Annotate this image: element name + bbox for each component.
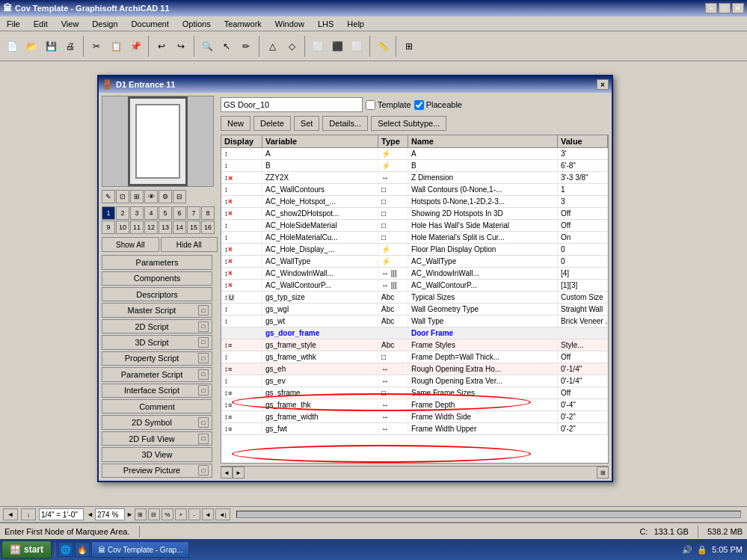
table-row[interactable]: ↕ gs_wt Abc Wall Type Brick Veneer ... [221, 316, 608, 327]
zoom-100-button[interactable]: ⊟ [148, 508, 160, 520]
menu-options[interactable]: Options [179, 18, 215, 30]
tool1-icon[interactable]: △ [263, 37, 281, 55]
zoom-prev-button[interactable]: ◄ [202, 508, 214, 520]
components-button[interactable]: Components [102, 271, 212, 286]
scroll-right-button[interactable]: ► [233, 467, 245, 479]
zoom-in-button[interactable]: ◄ [87, 511, 93, 518]
cut-icon[interactable]: ✂ [87, 37, 105, 55]
close-button[interactable]: × [732, 3, 744, 13]
table-row[interactable]: ↕ A ⚡ A 3' [221, 148, 608, 160]
scroll-left-button[interactable]: ◄ [221, 467, 233, 479]
num-btn-4[interactable]: 4 [144, 206, 158, 220]
table-row[interactable]: ↕ U gs_typ_size Abc Typical Sizes Custom… [221, 292, 608, 304]
tool4-icon[interactable]: ⬛ [328, 37, 346, 55]
table-row[interactable]: ↕ × AC_WallContourP... ↔ ||| AC_WallCont… [221, 280, 608, 292]
maximize-button[interactable]: □ [719, 3, 731, 13]
taskbar-icon-1[interactable]: 🌐 [58, 542, 73, 557]
select-subtype-button[interactable]: Select Subtype... [371, 116, 446, 131]
placeable-checkbox[interactable] [414, 100, 424, 110]
title-bar-controls[interactable]: − □ × [705, 3, 744, 13]
move-icon[interactable]: ⊞ [130, 190, 144, 203]
tool3-icon[interactable]: ⬜ [309, 37, 327, 55]
table-row-gs-sframe[interactable]: ↕ ≡ gs_sframe □ Same Frame Sizes Off [221, 387, 608, 399]
paste-icon[interactable]: 📌 [126, 37, 144, 55]
descriptors-button[interactable]: Descriptors [102, 287, 212, 301]
table-row[interactable]: ↕ B ⚡ B 6'-8" [221, 160, 608, 172]
preview-picture-button[interactable]: Preview Picture □ [102, 464, 212, 478]
num-btn-8[interactable]: 8 [201, 206, 215, 220]
num-btn-16[interactable]: 16 [201, 221, 215, 234]
menu-design[interactable]: Design [88, 18, 121, 30]
table-row-gs-eh[interactable]: ↕ ≡ gs_eh ↔ Rough Opening Extra Ho... 0'… [221, 363, 608, 375]
table-row[interactable]: ↕ × ZZY2X ↔ Z Dimension 3'-3 3/8" [221, 172, 608, 184]
details-button[interactable]: Details... [322, 116, 368, 131]
2d-symbol-button[interactable]: 2D Symbol □ [102, 415, 212, 429]
template-checkbox[interactable] [366, 100, 375, 110]
2d-full-view-button[interactable]: 2D Full View □ [102, 431, 212, 446]
name-input[interactable] [221, 97, 363, 112]
new-button[interactable]: New [221, 116, 250, 131]
num-btn-14[interactable]: 14 [173, 221, 186, 234]
taskbar-archicad-item[interactable]: 🏛 Cov Template - Grap... [91, 541, 189, 558]
floor-icon[interactable]: ↓ [21, 508, 36, 520]
menu-help[interactable]: Help [343, 18, 368, 30]
tool2-icon[interactable]: ◇ [283, 37, 301, 55]
num-btn-3[interactable]: 3 [130, 206, 144, 220]
menu-file[interactable]: File [3, 18, 24, 30]
table-row[interactable]: ↕ × AC_show2DHotspot... □ Showing 2D Hot… [221, 208, 608, 220]
menu-teamwork[interactable]: Teamwork [221, 18, 265, 30]
num-btn-6[interactable]: 6 [173, 206, 186, 220]
tool5-icon[interactable]: ⬜ [348, 37, 366, 55]
table-row-gs-fwt[interactable]: ↕ ≡ gs_fwt ↔ Frame Width Upper 0'-2" [221, 423, 608, 435]
redo-icon[interactable]: ↪ [172, 37, 190, 55]
open-icon[interactable]: 📂 [22, 37, 40, 55]
zoom-pan-button[interactable]: + [175, 508, 187, 520]
zoom-minus-button[interactable]: - [188, 508, 200, 520]
measure-icon[interactable]: 📏 [374, 37, 392, 55]
parameter-script-button[interactable]: Parameter Script □ [102, 367, 212, 381]
table-row-frame-wthk[interactable]: ↕ gs_frame_wthk □ Frame Depth=Wall Thick… [221, 351, 608, 363]
table-row[interactable]: ↕ × AC_Hole_Display_... ⚡ Floor Plan Dis… [221, 244, 608, 256]
delete-button[interactable]: Delete [253, 116, 291, 131]
stretch-icon[interactable]: ⊡ [116, 190, 129, 203]
num-btn-9[interactable]: 9 [102, 221, 115, 234]
grid-icon[interactable]: ⊟ [173, 190, 186, 203]
num-btn-15[interactable]: 15 [187, 221, 200, 234]
comment-button[interactable]: Comment [102, 399, 212, 413]
pointer-icon[interactable]: ↖ [218, 37, 236, 55]
table-row[interactable]: ↕ × AC_WallType ⚡ AC_WallType 0 [221, 256, 608, 268]
table-row[interactable]: ↕ gs_wgl Abc Wall Geometry Type Straight… [221, 304, 608, 316]
set-button[interactable]: Set [294, 116, 320, 131]
num-btn-10[interactable]: 10 [116, 221, 129, 234]
table-row[interactable]: ↕ × AC_WindowInWall... ↔ ||| AC_WindowIn… [221, 268, 608, 280]
parameters-button[interactable]: Parameters [102, 255, 212, 269]
num-btn-11[interactable]: 11 [130, 221, 144, 234]
print-icon[interactable]: 🖨 [61, 37, 79, 55]
arrow-left-icon[interactable]: ◄ [3, 508, 18, 520]
scroll-end-button[interactable]: ◄| [215, 508, 230, 520]
table-row[interactable]: ↕ × AC_Hole_Hotspot_... □ Hotspots 0-Non… [221, 196, 608, 208]
zoom-custom-button[interactable]: % [162, 508, 173, 520]
start-button[interactable]: 🪟 start [1, 541, 52, 559]
table-row[interactable]: ↕ AC_HoleMaterialCu... □ Hole Material's… [221, 232, 608, 244]
zoom-icon[interactable]: 🔍 [198, 37, 216, 55]
table-row-frame-style[interactable]: ↕ ≡ gs_frame_style Abc Frame Styles Styl… [221, 339, 608, 351]
save-icon[interactable]: 💾 [42, 37, 60, 55]
minimize-button[interactable]: − [705, 3, 717, 13]
zoom-fit-button[interactable]: ⊞ [135, 508, 147, 520]
edit-icon[interactable]: ✎ [102, 190, 115, 203]
horizontal-scrollbar[interactable] [236, 511, 741, 518]
zoom-out-button[interactable]: ► [126, 511, 133, 518]
menu-edit[interactable]: Edit [30, 18, 52, 30]
table-row[interactable]: ↕ AC_WallContours □ Wall Contours (0-Non… [221, 184, 608, 196]
show-all-button[interactable]: Show All [102, 237, 159, 252]
3d-script-button[interactable]: 3D Script □ [102, 335, 212, 349]
2d-script-button[interactable]: 2D Script □ [102, 319, 212, 333]
property-script-button[interactable]: Property Script □ [102, 351, 212, 366]
menu-document[interactable]: Document [128, 18, 173, 30]
table-row-gs-frame-width[interactable]: ↕ ≡ gs_frame_width ↔ Frame Width Side 0'… [221, 411, 608, 423]
scroll-corner[interactable]: ⊞ [597, 467, 609, 479]
table-row-door-frame[interactable]: gs_door_frame Door Frame [221, 327, 608, 339]
menu-view[interactable]: View [58, 18, 83, 30]
settings-icon[interactable]: ⚙ [159, 190, 172, 203]
